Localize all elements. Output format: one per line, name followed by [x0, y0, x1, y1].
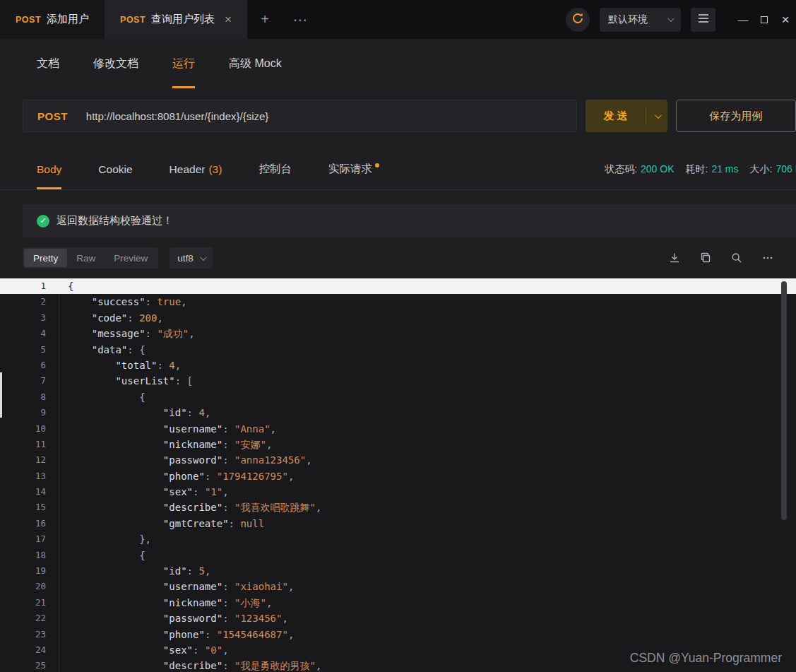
copy-icon [700, 252, 711, 264]
line-number: 25 [0, 658, 59, 672]
section-nav: 文档 修改文档 运行 高级 Mock [0, 39, 796, 88]
response-tab-actual-request[interactable]: 实际请求 [328, 149, 379, 189]
send-button[interactable]: 发 送 [586, 100, 646, 132]
line-number: 18 [0, 548, 59, 563]
request-url-value: http://localhost:8081/user/{index}/{size… [86, 110, 269, 122]
line-content: "nickname": "小海", [59, 595, 272, 611]
code-editor[interactable]: 1{2 "success": true,3 "code": 200,4 "mes… [0, 278, 796, 672]
line-content: { [59, 548, 145, 563]
menu-button[interactable] [691, 8, 715, 32]
line-number: 19 [0, 563, 59, 579]
maximize-button[interactable] [754, 0, 775, 39]
line-content: "id": 4, [59, 405, 210, 420]
line-content: "success": true, [59, 294, 187, 310]
response-tab-console[interactable]: 控制台 [259, 149, 292, 189]
line-content: "username": "xiaohai", [59, 579, 294, 594]
send-button-group: 发 送 [586, 100, 667, 132]
request-tab-query-user-list[interactable]: POST 查询用户列表 × [105, 0, 247, 39]
line-content: "sex": "0", [59, 642, 229, 658]
code-line: 14 "sex": "1", [0, 484, 796, 500]
response-size-value: 706 B [776, 163, 796, 176]
copy-button[interactable] [699, 252, 711, 264]
tab-label: 查询用户列表 [151, 13, 215, 26]
code-line: 2 "success": true, [0, 294, 796, 310]
code-line: 22 "password": "123456", [0, 611, 796, 626]
more-icon [762, 252, 773, 264]
nav-tab-doc[interactable]: 文档 [37, 39, 59, 88]
viewer-toolbar: Pretty Raw Preview utf8 [23, 247, 773, 269]
encoding-select[interactable]: utf8 [170, 247, 213, 269]
response-tab-header[interactable]: Header (3) [170, 149, 222, 189]
vertical-scrollbar[interactable] [781, 281, 787, 520]
save-as-case-button[interactable]: 保存为用例 [676, 100, 796, 132]
search-icon [731, 252, 742, 264]
line-number: 3 [0, 310, 59, 326]
tab-method-badge: POST [120, 15, 145, 25]
line-content: "gmtCreate": null [59, 516, 264, 531]
nav-tab-run[interactable]: 运行 [172, 39, 195, 88]
code-line: 5 "data": { [0, 342, 796, 358]
line-number: 7 [0, 373, 59, 389]
view-mode-switch: Pretty Raw Preview [23, 247, 158, 269]
download-button[interactable] [668, 252, 680, 264]
ellipsis-icon: ⋯ [293, 11, 307, 28]
line-number: 11 [0, 437, 59, 452]
code-line: 12 "password": "anna123456", [0, 452, 796, 468]
response-tab-bar: Body Cookie Header (3) 控制台 实际请求 状态码: 200… [0, 149, 796, 190]
close-icon: × [781, 12, 789, 28]
request-tab-add-user[interactable]: POST 添加用户 [0, 0, 105, 39]
topbar-right-group: 默认环境 — × [566, 0, 796, 39]
refresh-button[interactable] [566, 8, 590, 32]
line-content: "phone": "1545464687", [59, 627, 294, 642]
code-line: 23 "phone": "1545464687", [0, 627, 796, 642]
code-line: 17 }, [0, 531, 796, 547]
line-content: "code": 200, [59, 310, 163, 326]
more-button[interactable] [761, 252, 773, 264]
left-scroll-indicator [0, 372, 2, 418]
tab-label: 添加用户 [47, 13, 89, 26]
line-number: 24 [0, 642, 59, 658]
line-content: "data": { [59, 342, 145, 358]
line-number: 20 [0, 579, 59, 594]
new-tab-button[interactable]: + [247, 0, 283, 39]
line-number: 12 [0, 452, 59, 468]
tab-close-icon[interactable]: × [225, 13, 232, 25]
close-button[interactable]: × [775, 0, 796, 39]
line-content: "userList": [ [59, 373, 193, 389]
nav-tab-advanced-mock[interactable]: 高级 Mock [229, 39, 282, 88]
view-mode-pretty[interactable]: Pretty [24, 249, 67, 267]
download-icon [669, 252, 680, 264]
search-button[interactable] [730, 252, 742, 264]
code-line: 4 "message": "成功", [0, 326, 796, 341]
line-number: 21 [0, 595, 59, 611]
line-number: 9 [0, 405, 59, 420]
tab-overflow-button[interactable]: ⋯ [283, 0, 318, 39]
status-code: 状态码: 200 OK [605, 163, 674, 176]
line-number: 6 [0, 358, 59, 373]
maximize-icon [761, 16, 768, 23]
response-tab-cookie[interactable]: Cookie [98, 149, 132, 189]
status-code-label: 状态码: [605, 163, 637, 176]
send-dropdown-button[interactable] [646, 100, 667, 132]
url-input[interactable]: POST http://localhost:8081/user/{index}/… [23, 100, 577, 132]
plus-icon: + [261, 11, 269, 28]
line-number: 23 [0, 627, 59, 642]
view-mode-preview[interactable]: Preview [105, 249, 157, 267]
environment-select-value: 默认环境 [608, 13, 648, 26]
refresh-icon [571, 12, 584, 28]
line-content: "id": 5, [59, 563, 210, 579]
line-content: { [59, 389, 145, 405]
top-tab-bar: POST 添加用户 POST 查询用户列表 × + ⋯ 默认环境 [0, 0, 796, 39]
code-line: 21 "nickname": "小海", [0, 595, 796, 611]
minimize-button[interactable]: — [732, 0, 754, 39]
success-check-icon: ✓ [37, 215, 49, 228]
nav-tab-edit-doc[interactable]: 修改文档 [93, 39, 138, 88]
response-tab-body[interactable]: Body [37, 149, 61, 189]
header-count-badge: (3) [208, 163, 222, 176]
response-status-group: 状态码: 200 OK 耗时: 21 ms 大小: 706 B [605, 149, 796, 189]
validation-message: 返回数据结构校验通过！ [57, 214, 173, 228]
line-number: 10 [0, 421, 59, 437]
view-mode-raw[interactable]: Raw [67, 249, 105, 267]
line-content: { [59, 278, 73, 294]
environment-select[interactable]: 默认环境 [600, 8, 681, 32]
